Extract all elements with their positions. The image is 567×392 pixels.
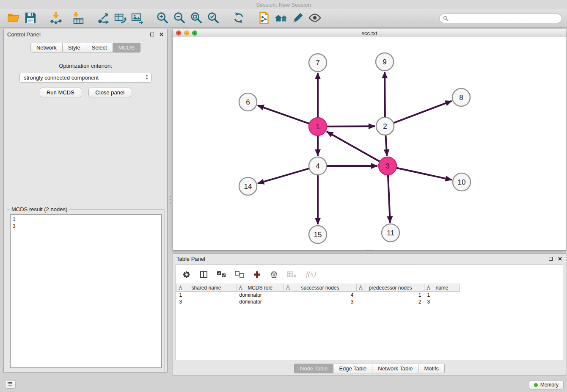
- session-document-icon: [258, 11, 270, 25]
- tab-mcds[interactable]: MCDS: [113, 43, 140, 52]
- network-window-titlebar[interactable]: ✕ − + scc.txt: [173, 29, 566, 37]
- zoom-out-button[interactable]: [171, 11, 188, 27]
- column-header-predecessor-nodes[interactable]: predecessor nodes: [357, 284, 424, 292]
- control-panel: Control Panel ✕ Network Style Select MCD…: [3, 29, 168, 373]
- tab-network-table[interactable]: Network Table: [372, 364, 418, 373]
- zoom-selected-button[interactable]: [205, 11, 222, 27]
- graph-node-7[interactable]: 7: [309, 54, 327, 72]
- graph-node-9[interactable]: 9: [376, 53, 394, 71]
- tab-select[interactable]: Select: [86, 43, 113, 52]
- graph-node-1[interactable]: 1: [309, 118, 327, 135]
- float-panel-icon[interactable]: [150, 33, 154, 36]
- toggle-column-panel-icon[interactable]: [200, 271, 208, 279]
- table-settings-gear-icon[interactable]: [183, 271, 191, 279]
- close-panel-button[interactable]: Close panel: [88, 88, 131, 97]
- graph-edge-2-8[interactable]: [394, 101, 452, 123]
- zoom-in-icon: [156, 11, 169, 25]
- zoom-fit-button[interactable]: [188, 11, 205, 27]
- memory-button[interactable]: Memory: [529, 380, 564, 389]
- vertical-splitter-handle[interactable]: •••: [168, 195, 172, 205]
- svg-text:1: 1: [316, 123, 319, 131]
- window-zoom-icon[interactable]: +: [192, 30, 197, 36]
- control-panel-title: Control Panel: [7, 31, 41, 38]
- export-network-button[interactable]: [95, 11, 112, 27]
- graph-node-10[interactable]: 10: [453, 173, 471, 191]
- zoom-out-icon: [173, 11, 186, 25]
- save-session-button[interactable]: [22, 11, 39, 27]
- tab-node-table[interactable]: Node Table: [294, 364, 334, 373]
- traffic-lights: ✕ − +: [176, 30, 197, 36]
- criterion-select[interactable]: strongly connected component: [19, 73, 151, 83]
- network-view-window: ✕ − + scc.txt 7968124314101511: [173, 29, 566, 251]
- graph-edge-2-9[interactable]: [385, 72, 385, 117]
- graph-node-6[interactable]: 6: [239, 93, 257, 111]
- open-session-doc-button[interactable]: [256, 11, 272, 27]
- search-input[interactable]: [439, 14, 562, 23]
- column-header-MCDS-role[interactable]: MCDS role: [237, 284, 284, 292]
- refresh-icon: [232, 11, 245, 25]
- graph-node-14[interactable]: 14: [239, 177, 257, 195]
- first-neighbors-button[interactable]: [272, 11, 289, 27]
- refresh-layout-button[interactable]: [230, 11, 247, 27]
- window-minimize-icon[interactable]: −: [184, 30, 189, 36]
- table-cell: dominator: [237, 292, 284, 298]
- open-file-button[interactable]: [5, 11, 22, 27]
- tab-network[interactable]: Network: [30, 43, 63, 52]
- task-history-button[interactable]: [5, 380, 16, 389]
- memory-label: Memory: [540, 382, 559, 388]
- graph-edge-3-11[interactable]: [388, 175, 390, 223]
- function-builder-icon: f(x): [306, 270, 316, 279]
- deselect-all-columns-icon[interactable]: [235, 271, 244, 278]
- graph-edge-3-10[interactable]: [396, 168, 452, 179]
- table-row[interactable]: 3dominator323: [176, 298, 563, 305]
- column-header-successor-nodes[interactable]: successor nodes: [284, 284, 357, 292]
- svg-text:15: 15: [314, 231, 322, 239]
- graph-node-11[interactable]: 11: [382, 224, 399, 242]
- tab-motifs[interactable]: Motifs: [418, 364, 445, 373]
- column-header-name[interactable]: name: [424, 284, 460, 292]
- import-network-button[interactable]: [47, 11, 64, 27]
- graph-node-4[interactable]: 4: [309, 157, 327, 175]
- apply-style-button[interactable]: [289, 11, 306, 27]
- export-image-button[interactable]: [129, 11, 146, 27]
- graph-node-2[interactable]: 2: [376, 117, 394, 135]
- tab-style[interactable]: Style: [63, 43, 86, 52]
- control-panel-tabs: Network Style Select MCDS: [30, 43, 140, 52]
- delete-column-icon[interactable]: [270, 271, 278, 279]
- mcds-result-list[interactable]: 13: [10, 214, 162, 368]
- graph-edge-3-1[interactable]: [327, 132, 380, 162]
- tab-edge-table[interactable]: Edge Table: [333, 364, 372, 373]
- column-header-shared-name[interactable]: shared name: [176, 284, 237, 292]
- float-table-panel-icon[interactable]: [549, 257, 553, 261]
- close-panel-icon[interactable]: ✕: [159, 32, 164, 37]
- delete-table-icon-disabled: [287, 271, 297, 278]
- table-row[interactable]: 1dominator411: [176, 292, 563, 298]
- show-hide-button[interactable]: [306, 11, 323, 27]
- run-mcds-button[interactable]: Run MCDS: [40, 88, 81, 97]
- import-table-button[interactable]: [69, 11, 86, 27]
- table-toolbar: f(x): [176, 265, 563, 284]
- horizontal-splitter-handle[interactable]: • • •: [364, 249, 374, 252]
- table-cell: 1: [424, 292, 460, 298]
- graph-node-8[interactable]: 8: [452, 88, 470, 106]
- optimization-criterion-label: Optimization criterion:: [4, 63, 167, 69]
- toolbar-search: [439, 14, 562, 23]
- table-panel: Table Panel ✕: [173, 253, 566, 376]
- select-all-columns-icon[interactable]: [217, 271, 226, 278]
- graph-edge-1-2[interactable]: [327, 126, 375, 127]
- table-cell: 4: [284, 292, 357, 298]
- search-icon: [443, 16, 449, 22]
- table-header-row: shared nameMCDS rolesuccessor nodesprede…: [176, 284, 563, 292]
- close-table-panel-icon[interactable]: ✕: [558, 256, 562, 262]
- export-table-button[interactable]: [112, 11, 129, 27]
- graph-edge-1-6[interactable]: [258, 105, 310, 124]
- graph-edge-4-14[interactable]: [258, 168, 309, 183]
- zoom-in-button[interactable]: [154, 11, 171, 27]
- window-close-icon[interactable]: ✕: [176, 30, 181, 36]
- add-column-icon[interactable]: [253, 271, 261, 279]
- network-graph-canvas[interactable]: 7968124314101511: [173, 37, 566, 250]
- graph-node-15[interactable]: 15: [309, 226, 327, 243]
- graph-edge-2-3[interactable]: [385, 135, 387, 156]
- window-title: Session: New Session: [0, 0, 567, 9]
- graph-node-3[interactable]: 3: [379, 157, 396, 175]
